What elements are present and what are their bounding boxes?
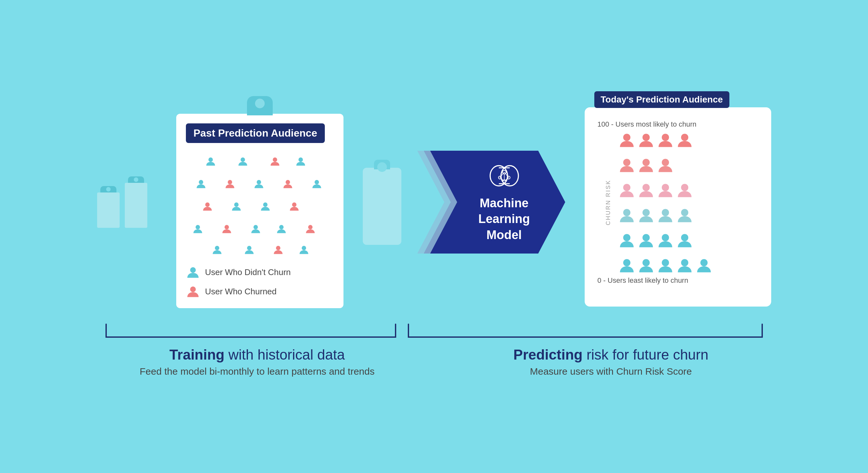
risk-row-4 [619,207,758,223]
small-clipboard-2 [125,176,147,228]
user-14 [192,223,203,236]
bottom-left-bold: Training [169,347,224,363]
svg-point-50 [661,209,669,216]
svg-point-39 [661,134,669,141]
legend-teal-label: User Who Didn't Churn [205,267,291,277]
svg-point-15 [253,225,258,230]
right-user-24 [696,257,712,273]
svg-point-16 [279,225,284,230]
svg-point-60 [700,259,708,266]
svg-point-8 [314,180,319,184]
svg-point-19 [247,246,251,250]
user-18 [305,223,316,236]
legend-teal-icon [186,265,200,279]
user-22 [299,244,309,257]
svg-point-57 [642,259,650,266]
svg-point-56 [623,259,630,266]
user-11 [231,201,242,213]
right-user-3 [657,132,674,148]
user-3 [270,156,280,168]
svg-point-7 [286,180,290,184]
bottom-right-title: Predicting risk for future churn [452,347,770,363]
right-user-14 [657,207,674,223]
svg-point-47 [681,184,688,191]
svg-point-10 [234,202,239,207]
svg-point-52 [623,234,630,241]
svg-point-48 [623,209,630,216]
right-user-12 [619,207,635,223]
middle-clipboard [363,160,401,245]
risk-content: CHURN RISK [597,132,758,273]
user-2 [237,156,248,168]
user-4 [295,156,306,168]
svg-point-54 [661,234,669,241]
svg-point-46 [661,184,669,191]
user-7 [253,178,265,191]
user-9 [311,178,322,191]
scale-text-bottom: 0 - Users least likely to churn [597,276,758,285]
svg-point-3 [299,158,303,162]
middle-clip-top [374,160,390,169]
today-panel-wrapper: Today's Prediction Audience 100 - Users … [585,98,771,307]
risk-scale-wrapper: CHURN RISK [597,132,614,273]
risk-row-5 [619,232,758,248]
svg-point-41 [623,159,630,166]
small-clipboard-1 [97,186,120,228]
svg-point-13 [195,225,200,230]
bottom-left-text: Training with historical data Feed the m… [98,347,416,377]
bottom-right-subtitle: Measure users with Churn Risk Score [452,366,770,377]
past-prediction-label: Past Prediction Audience [186,124,325,143]
churn-risk-label: CHURN RISK [605,180,612,225]
users-scatter [186,153,334,256]
today-prediction-label: Today's Prediction Audience [594,91,730,108]
svg-point-53 [642,234,650,241]
svg-point-40 [681,134,688,141]
right-user-10 [657,182,674,198]
svg-point-55 [681,234,688,241]
right-user-21 [638,257,654,273]
svg-point-44 [623,184,630,191]
right-user-8 [619,182,635,198]
legend-item-teal: User Who Didn't Churn [186,265,334,279]
right-user-11 [677,182,693,198]
today-panel: 100 - Users most likely to churn CHURN R… [585,107,771,307]
svg-point-9 [205,202,210,207]
svg-point-18 [215,246,219,250]
svg-point-37 [623,134,630,141]
bottom-left-rest: with historical data [228,347,345,363]
bottom-right-text: Predicting risk for future churn Measure… [452,347,770,377]
user-21 [273,244,284,257]
svg-point-5 [228,180,232,184]
right-user-23 [677,257,693,273]
right-user-7 [657,157,674,173]
small-clip-body-2 [125,183,147,228]
user-10 [202,201,213,213]
svg-point-20 [276,246,280,250]
svg-point-21 [302,246,306,250]
right-user-20 [619,257,635,273]
svg-point-6 [257,180,261,184]
clipboard-body-main: Past Prediction Audience [176,114,343,308]
left-clipboard: Past Prediction Audience [176,96,343,308]
svg-point-38 [642,134,650,141]
users-grid-right [619,132,758,273]
user-15 [221,223,232,236]
right-user-22 [657,257,674,273]
user-12 [260,201,271,213]
right-user-4 [677,132,693,148]
right-user-19 [677,232,693,248]
brain-icon [485,161,524,190]
svg-point-42 [642,159,650,166]
bottom-bracket-svg [81,321,788,340]
user-13 [289,201,300,213]
svg-point-4 [199,180,203,184]
svg-point-11 [263,202,268,207]
right-user-13 [638,207,654,223]
legend-coral-label: User Who Churned [205,286,277,297]
svg-point-2 [273,158,277,162]
user-19 [212,244,222,257]
user-1 [205,156,216,168]
svg-point-22 [190,267,196,273]
scale-text-top: 100 - Users most likely to churn [597,120,758,129]
small-clip-body-1 [97,193,120,228]
